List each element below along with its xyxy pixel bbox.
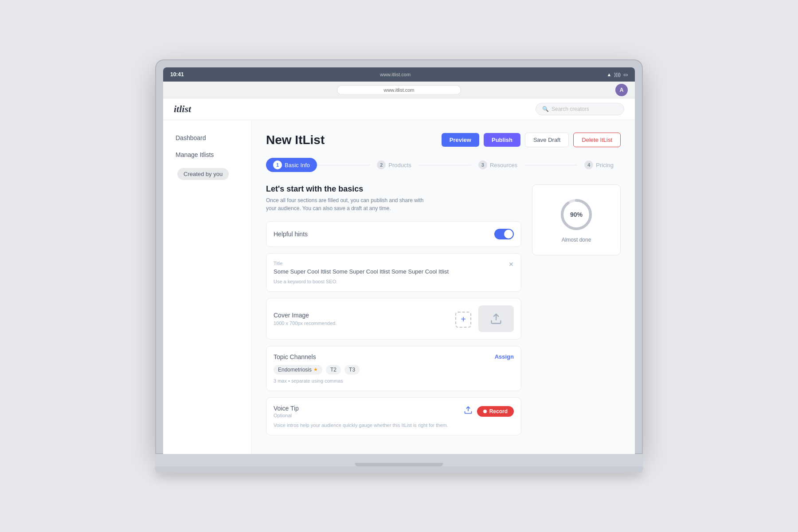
laptop-bottom — [155, 466, 643, 473]
publish-button[interactable]: Publish — [484, 133, 520, 147]
title-label: Title — [274, 261, 449, 266]
browser-actions: A — [615, 84, 628, 96]
title-clear-icon[interactable]: ✕ — [509, 261, 514, 268]
tag-t3-label: T3 — [349, 367, 355, 373]
search-box[interactable]: 🔍 Search creators — [536, 103, 624, 115]
topic-channels-card: Topic Channels Assign Endometriosis ★ — [266, 346, 521, 391]
voice-upload-icon[interactable] — [464, 406, 473, 417]
step-1-number: 1 — [273, 160, 282, 169]
status-bar: 10:41 www.itlist.com ▲ )))) ▭ — [163, 67, 635, 82]
helpful-hints-row: Helpful hints — [274, 229, 514, 239]
helpful-hints-label: Helpful hints — [274, 231, 308, 238]
content-area: New ItList Preview Publish Save Draft De… — [252, 120, 635, 454]
step-4-number: 4 — [584, 160, 593, 169]
tag-endometriosis-label: Endometriosis — [278, 367, 312, 373]
title-row: Title Some Super Cool Itlist Some Super … — [274, 261, 514, 284]
topic-hint: 3 max • separate using commas — [274, 378, 514, 383]
header-actions: Preview Publish Save Draft Delete ItList — [442, 133, 621, 147]
section-desc: Once all four sections are filled out, y… — [266, 196, 426, 212]
laptop-base — [155, 454, 643, 466]
two-col-layout: Let's start with the basics Once all fou… — [266, 184, 621, 441]
cover-image-card: Cover Image 1000 x 700px recommended. + — [266, 298, 521, 340]
voice-hint: Voice intros help your audience quickly … — [274, 422, 514, 428]
step-1-label: Basic Info — [285, 162, 310, 168]
section-title: Let's start with the basics — [266, 184, 521, 194]
save-draft-button[interactable]: Save Draft — [525, 133, 569, 147]
step-3-number: 3 — [478, 160, 487, 169]
progress-percent: 90% — [570, 211, 583, 218]
voice-tip-card: Voice Tip Optional — [266, 397, 521, 435]
laptop-wrapper: 10:41 www.itlist.com ▲ )))) ▭ www.itlist… — [155, 59, 643, 472]
helpful-hints-card: Helpful hints — [266, 221, 521, 247]
record-button[interactable]: Record — [477, 406, 514, 417]
cover-image-dims: 1000 x 700px recommended. — [274, 321, 448, 326]
voice-tip-label: Voice Tip — [274, 405, 299, 412]
tag-endometriosis: Endometriosis ★ — [274, 365, 322, 375]
step-3-resources[interactable]: 3 Resources — [471, 158, 524, 172]
sidebar-manage-label: Manage Itlists — [176, 151, 214, 158]
step-2-number: 2 — [377, 160, 386, 169]
title-card: Title Some Super Cool Itlist Some Super … — [266, 253, 521, 291]
wifi-icon: ▲ — [606, 72, 611, 77]
title-input-area: Title Some Super Cool Itlist Some Super … — [274, 261, 449, 284]
search-placeholder: Search creators — [552, 106, 589, 112]
battery-icon: ▭ — [623, 72, 628, 78]
cover-image-add-button[interactable]: + — [455, 312, 471, 328]
progress-label: Almost done — [562, 237, 591, 243]
laptop-screen-outer: 10:41 www.itlist.com ▲ )))) ▭ www.itlist… — [155, 59, 643, 454]
user-avatar[interactable]: A — [615, 84, 628, 96]
steps-nav: 1 Basic Info 2 Products 3 Reso — [266, 158, 621, 172]
progress-column: 90% Almost done — [532, 184, 621, 255]
cover-image-row: Cover Image 1000 x 700px recommended. + — [274, 305, 514, 332]
step-2-products[interactable]: 2 Products — [370, 158, 418, 172]
title-input[interactable]: Some Super Cool Itlist Some Super Cool I… — [274, 268, 449, 276]
step-connector-1 — [317, 165, 370, 165]
sidebar-item-dashboard[interactable]: Dashboard — [170, 131, 244, 145]
cover-image-label: Cover Image — [274, 312, 448, 319]
form-column: Let's start with the basics Once all fou… — [266, 184, 521, 441]
preview-button[interactable]: Preview — [442, 133, 479, 147]
app-header: itlist 🔍 Search creators — [163, 98, 635, 120]
step-3-label: Resources — [490, 162, 517, 168]
signal-icon: )))) — [614, 72, 621, 77]
status-icons: ▲ )))) ▭ — [606, 72, 628, 78]
record-label: Record — [489, 408, 508, 415]
app-container: itlist 🔍 Search creators Dashboard — [163, 98, 635, 454]
record-dot-icon — [483, 410, 487, 413]
status-time: 10:41 — [170, 71, 184, 78]
browser-url-top: www.itlist.com — [380, 72, 411, 77]
step-4-pricing[interactable]: 4 Pricing — [577, 158, 621, 172]
sidebar-dashboard-label: Dashboard — [176, 134, 206, 141]
app-logo: itlist — [174, 103, 191, 115]
tags-row: Endometriosis ★ T2 T3 — [274, 365, 514, 375]
sidebar: Dashboard Manage Itlists Created by you — [163, 120, 252, 454]
tag-endometriosis-star: ★ — [313, 367, 318, 372]
header-search-area: 🔍 Search creators — [536, 103, 624, 115]
browser-bar: www.itlist.com A — [163, 82, 635, 98]
title-hint: Use a keyword to boost SEO. — [274, 279, 449, 284]
assign-button[interactable]: Assign — [495, 353, 514, 360]
page-header: New ItList Preview Publish Save Draft De… — [266, 133, 621, 147]
tag-t2-label: T2 — [330, 367, 336, 373]
created-by-you-chip[interactable]: Created by you — [177, 168, 229, 180]
step-1-basic-info[interactable]: 1 Basic Info — [266, 158, 317, 172]
voice-tip-row: Voice Tip Optional — [274, 405, 514, 418]
topic-channels-label: Topic Channels — [274, 353, 316, 360]
cover-image-info: Cover Image 1000 x 700px recommended. — [274, 312, 448, 326]
tag-t2: T2 — [326, 365, 341, 375]
step-2-label: Products — [388, 162, 411, 168]
page-title: New ItList — [266, 133, 325, 147]
sidebar-filter-created-by-you[interactable]: Created by you — [170, 164, 244, 184]
helpful-hints-toggle[interactable] — [494, 229, 514, 239]
step-4-label: Pricing — [596, 162, 614, 168]
laptop-screen-inner: 10:41 www.itlist.com ▲ )))) ▭ www.itlist… — [163, 67, 635, 454]
voice-actions: Record — [464, 406, 514, 417]
browser-url: www.itlist.com — [337, 85, 461, 95]
step-connector-2 — [419, 165, 471, 165]
sidebar-item-manage-itlists[interactable]: Manage Itlists — [170, 148, 244, 162]
voice-optional-label: Optional — [274, 413, 299, 418]
delete-button[interactable]: Delete ItList — [573, 133, 621, 147]
step-connector-3 — [524, 165, 577, 165]
search-icon: 🔍 — [542, 106, 549, 112]
progress-circle-container: 90% — [559, 197, 594, 232]
